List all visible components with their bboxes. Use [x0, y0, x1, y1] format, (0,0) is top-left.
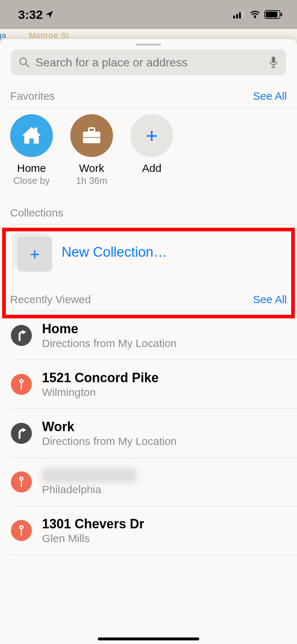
favorite-add[interactable]: + Add	[130, 114, 173, 186]
favorite-label: Home	[17, 162, 46, 174]
favorites-see-all[interactable]: See All	[253, 90, 287, 102]
recent-title: Home	[42, 321, 177, 337]
recent-item[interactable]: 1521 Concord Pike Wilmington	[0, 360, 297, 409]
favorite-sub: 1h 36m	[76, 175, 108, 186]
briefcase-icon	[70, 114, 113, 157]
status-time: 3:32	[18, 8, 54, 22]
svg-rect-15	[89, 128, 95, 132]
favorite-work[interactable]: Work 1h 36m	[70, 114, 113, 186]
pin-icon	[11, 374, 32, 395]
favorite-sub: Close by	[13, 175, 50, 186]
svg-rect-3	[242, 11, 244, 18]
svg-rect-6	[266, 12, 277, 17]
recent-sub: Wilmington	[42, 386, 159, 399]
favorite-label: Add	[142, 162, 161, 174]
recent-sub: Glen Mills	[42, 532, 144, 545]
wifi-icon	[249, 10, 261, 19]
status-time-text: 3:32	[18, 8, 43, 22]
collections-header: Collections	[10, 207, 63, 219]
bottom-sheet[interactable]: Favorites See All Home Close by Work 1h …	[0, 39, 297, 644]
favorite-home[interactable]: Home Close by	[10, 114, 53, 186]
svg-point-4	[254, 16, 256, 18]
microphone-icon[interactable]	[269, 56, 278, 69]
recently-viewed-header: Recently Viewed	[10, 293, 91, 306]
svg-rect-1	[236, 14, 238, 18]
recent-title: 1301 Chevers Dr	[42, 516, 144, 532]
recent-item[interactable]: Philadelphia	[0, 458, 297, 506]
recent-list: Home Directions from My Location 1521 Co…	[0, 311, 297, 555]
search-input[interactable]	[35, 55, 264, 70]
pin-icon	[11, 471, 32, 492]
svg-rect-2	[239, 12, 241, 18]
svg-point-18	[21, 380, 22, 382]
recent-item[interactable]: 1301 Chevers Dr Glen Mills	[0, 506, 297, 555]
cellular-signal-icon	[233, 11, 246, 18]
svg-rect-13	[34, 128, 37, 132]
directions-icon	[11, 423, 32, 444]
svg-point-21	[21, 478, 22, 480]
recent-title-redacted	[42, 468, 136, 483]
home-indicator[interactable]	[98, 637, 199, 640]
recent-sub: Philadelphia	[42, 483, 136, 496]
recently-viewed-see-all[interactable]: See All	[253, 293, 287, 306]
recent-sub: Directions from My Location	[42, 435, 177, 447]
svg-line-9	[26, 64, 29, 67]
svg-point-24	[21, 527, 22, 528]
search-field[interactable]	[11, 49, 286, 75]
divider	[10, 555, 297, 555]
status-bar: 3:32	[0, 0, 297, 29]
recent-item[interactable]: Work Directions from My Location	[0, 409, 297, 458]
sheet-grabber[interactable]	[136, 44, 161, 46]
recent-title: 1521 Concord Pike	[42, 370, 159, 385]
map-text-fragment: oga	[0, 31, 6, 40]
recent-title: Work	[42, 419, 177, 434]
location-active-icon	[45, 10, 54, 19]
favorites-header: Favorites	[10, 90, 55, 102]
new-collection-label: New Collection…	[62, 244, 167, 260]
collection-stack-icon: +	[13, 232, 52, 272]
directions-icon	[11, 325, 32, 346]
search-icon	[19, 57, 30, 68]
pin-icon	[11, 520, 32, 541]
new-collection-button[interactable]: + New Collection…	[0, 224, 297, 281]
favorite-label: Work	[79, 162, 104, 174]
recent-sub: Directions from My Location	[42, 337, 177, 350]
plus-icon: +	[130, 114, 173, 157]
svg-rect-7	[281, 13, 282, 16]
svg-rect-0	[233, 16, 235, 18]
recent-item[interactable]: Home Directions from My Location	[0, 311, 297, 360]
battery-icon	[264, 10, 283, 19]
svg-rect-10	[272, 57, 275, 63]
home-icon	[10, 114, 53, 157]
favorites-row: Home Close by Work 1h 36m + Add	[0, 108, 297, 189]
